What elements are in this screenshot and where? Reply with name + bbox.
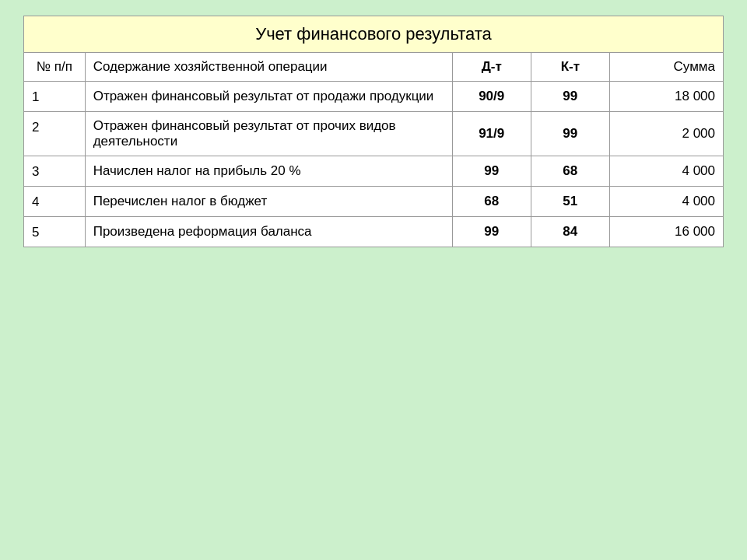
table-row: 3Начислен налог на прибыль 20 %99684 000 [24, 156, 724, 187]
cell-sum: 4 000 [609, 187, 723, 217]
cell-dt: 91/9 [452, 112, 531, 156]
cell-desc: Перечислен налог в бюджет [85, 187, 452, 217]
cell-sum: 2 000 [609, 112, 723, 156]
table-row: 4Перечислен налог в бюджет68514 000 [24, 187, 724, 217]
cell-dt: 99 [452, 156, 531, 187]
cell-num: 3 [24, 156, 86, 187]
cell-num: 4 [24, 187, 86, 217]
header-dt: Д-т [452, 53, 531, 82]
table-body: 1Отражен финансовый результат от продажи… [24, 82, 724, 247]
cell-desc: Отражен финансовый результат от прочих в… [85, 112, 452, 156]
main-table: № п/п Содержание хозяйственной операции … [23, 52, 724, 247]
cell-sum: 4 000 [609, 156, 723, 187]
cell-kt: 51 [531, 187, 609, 217]
cell-kt: 68 [531, 156, 609, 187]
cell-desc: Отражен финансовый результат от продажи … [85, 82, 452, 112]
cell-sum: 16 000 [609, 217, 723, 247]
table-row: 2Отражен финансовый результат от прочих … [24, 112, 724, 156]
cell-dt: 90/9 [452, 82, 531, 112]
header-kt: К-т [531, 53, 609, 82]
header-desc: Содержание хозяйственной операции [85, 53, 452, 82]
cell-sum: 18 000 [609, 82, 723, 112]
cell-num: 5 [24, 217, 86, 247]
header-row: № п/п Содержание хозяйственной операции … [24, 53, 724, 82]
cell-dt: 99 [452, 217, 531, 247]
header-num: № п/п [24, 53, 86, 82]
cell-num: 1 [24, 82, 86, 112]
table-row: 1Отражен финансовый результат от продажи… [24, 82, 724, 112]
table-row: 5Произведена реформация баланса998416 00… [24, 217, 724, 247]
cell-dt: 68 [452, 187, 531, 217]
main-container: Учет финансового результата № п/п Содерж… [23, 16, 724, 247]
cell-num: 2 [24, 112, 86, 156]
cell-desc: Произведена реформация баланса [85, 217, 452, 247]
header-sum: Сумма [609, 53, 723, 82]
cell-desc: Начислен налог на прибыль 20 % [85, 156, 452, 187]
cell-kt: 99 [531, 112, 609, 156]
table-title: Учет финансового результата [23, 16, 724, 52]
cell-kt: 99 [531, 82, 609, 112]
cell-kt: 84 [531, 217, 609, 247]
